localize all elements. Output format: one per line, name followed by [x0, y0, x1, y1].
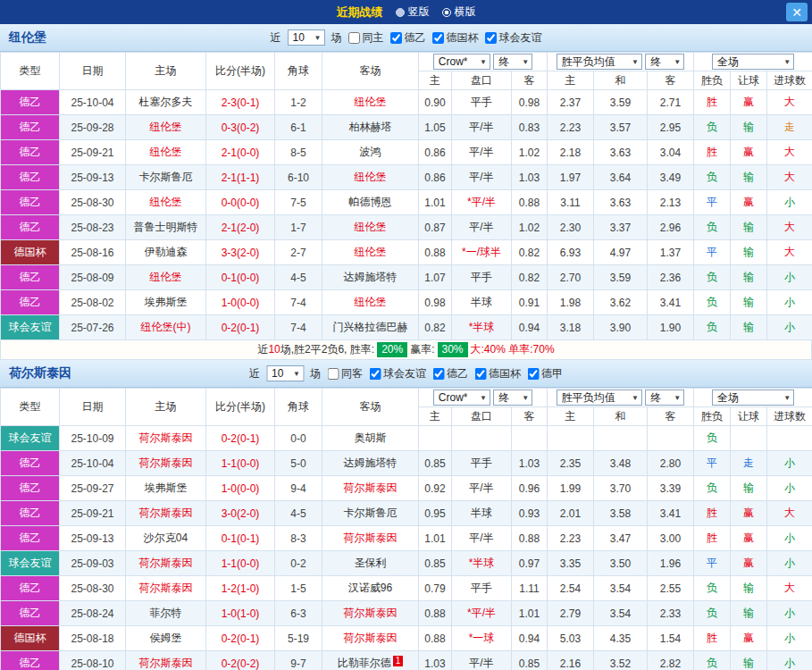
odds-source-select[interactable]: Crow*▼ [433, 389, 490, 406]
home-team-cell[interactable]: 荷尔斯泰因 [126, 651, 206, 670]
away-team-cell[interactable]: 纽伦堡 [322, 240, 419, 265]
away-team-cell[interactable]: 波鸿 [322, 140, 419, 165]
odds-source-select[interactable]: Crow*▼ [433, 54, 490, 70]
match-count-select[interactable]: 10▼ [288, 29, 325, 46]
home-team-cell[interactable]: 荷尔斯泰因 [126, 451, 206, 476]
match-type-cell: 德乙 [1, 165, 60, 190]
radio-selected-icon[interactable] [442, 8, 451, 17]
scope-value: 全场 [717, 390, 739, 406]
match-type-cell: 德乙 [1, 265, 60, 290]
home-team-cell[interactable]: 侯姆堡 [126, 626, 206, 651]
avg-time-select[interactable]: 终▼ [645, 54, 684, 70]
chevron-down-icon: ▼ [293, 370, 300, 378]
filter-checkbox[interactable] [527, 368, 539, 380]
corner-cell: 0-0 [275, 426, 322, 451]
home-team-cell[interactable]: 荷尔斯泰因 [126, 576, 206, 601]
odds-home-cell: 2.79 [548, 601, 594, 626]
team-name[interactable]: 纽伦堡 [0, 29, 46, 46]
filter-checkbox-label: 德甲 [541, 366, 563, 381]
close-button[interactable]: ✕ [786, 3, 808, 21]
filter-checkbox-option[interactable]: 球会友谊 [485, 30, 542, 46]
odds-time-select[interactable]: 终▼ [493, 389, 532, 406]
filter-checkbox[interactable] [432, 368, 444, 380]
water-away-cell: 0.97 [512, 551, 548, 576]
away-team-cell[interactable]: 纽伦堡 [322, 290, 419, 315]
home-team-cell[interactable]: 沙尔克04 [126, 526, 206, 551]
team-name[interactable]: 荷尔斯泰因 [0, 365, 71, 381]
avg-type-select[interactable]: 胜平负均值▼ [557, 389, 642, 406]
home-team-cell[interactable]: 普鲁士明斯特 [126, 215, 206, 240]
home-team-cell[interactable]: 菲尔特 [126, 601, 206, 626]
home-team-cell[interactable]: 纽伦堡 [126, 140, 206, 165]
filter-checkbox[interactable] [348, 32, 360, 44]
away-team-cell[interactable]: 比勒菲尔德1 [322, 651, 419, 670]
home-team-cell[interactable]: 荷尔斯泰因 [126, 551, 206, 576]
filter-checkbox[interactable] [390, 32, 402, 44]
away-team-cell[interactable]: 荷尔斯泰因 [322, 476, 419, 501]
filter-bar: 近10▼场同客球会友谊德乙德国杯德甲 [249, 365, 563, 381]
filter-checkbox-option[interactable]: 球会友谊 [369, 366, 426, 381]
odds-away-cell: 3.04 [648, 140, 694, 165]
away-team-cell[interactable]: 荷尔斯泰因 [322, 526, 419, 551]
home-team-cell[interactable]: 纽伦堡 [126, 190, 206, 215]
chevron-down-icon: ▼ [522, 58, 529, 66]
filter-checkbox-option[interactable]: 德甲 [527, 366, 563, 381]
scope-select[interactable]: 全场▼ [712, 54, 794, 70]
away-team-cell[interactable]: 达姆施塔特 [322, 451, 419, 476]
home-team-cell[interactable]: 伊勒迪森 [126, 240, 206, 265]
match-count-select[interactable]: 10▼ [266, 365, 304, 381]
scope-select[interactable]: 全场▼ [712, 389, 794, 406]
avg-type-select[interactable]: 胜平负均值▼ [557, 54, 642, 70]
home-team-cell[interactable]: 杜塞尔多夫 [126, 90, 206, 115]
home-team-cell[interactable]: 荷尔斯泰因 [126, 501, 206, 526]
away-team-cell[interactable]: 圣保利 [322, 551, 419, 576]
filter-checkbox-option[interactable]: 同主 [348, 30, 384, 46]
home-team-cell[interactable]: 埃弗斯堡 [126, 476, 206, 501]
away-team-cell[interactable]: 卡尔斯鲁厄 [322, 501, 419, 526]
away-team-cell[interactable]: 奥胡斯 [322, 426, 419, 451]
avg-time-select[interactable]: 终▼ [645, 389, 684, 406]
result-goals-cell: 大 [767, 576, 812, 601]
filter-checkbox[interactable] [474, 368, 486, 380]
home-team-cell[interactable]: 卡尔斯鲁厄 [126, 165, 206, 190]
odds-time-select[interactable]: 终▼ [493, 54, 532, 70]
home-team-cell[interactable]: 纽伦堡 [126, 115, 206, 140]
filter-checkbox-option[interactable]: 德国杯 [432, 30, 479, 46]
away-team-cell[interactable]: 纽伦堡 [322, 215, 419, 240]
home-team-cell[interactable]: 纽伦堡(中) [126, 315, 206, 340]
away-team-cell[interactable]: 达姆施塔特 [322, 265, 419, 290]
water-away-cell: 1.11 [512, 576, 548, 601]
home-team-cell[interactable]: 荷尔斯泰因 [126, 426, 206, 451]
summary-segment: 赢率: [410, 342, 434, 357]
away-team-cell[interactable]: 纽伦堡 [322, 165, 419, 190]
away-team-cell[interactable]: 帕德博恩 [322, 190, 419, 215]
filter-checkbox[interactable] [369, 368, 381, 380]
filter-checkbox[interactable] [327, 368, 339, 380]
col-header-home: 主场 [126, 389, 206, 426]
away-team-cell[interactable]: 荷尔斯泰因 [322, 626, 419, 651]
match-type-cell: 球会友谊 [1, 551, 60, 576]
away-team-cell[interactable]: 柏林赫塔 [322, 115, 419, 140]
odds-draw-cell: 3.54 [594, 601, 648, 626]
layout-radio-vertical[interactable]: 竖版 [396, 4, 430, 20]
away-team-cell[interactable]: 纽伦堡 [322, 90, 419, 115]
summary-segment: 20% [377, 342, 407, 357]
radio-unselected-icon[interactable] [396, 8, 405, 17]
layout-radio-horizontal[interactable]: 横版 [442, 4, 476, 20]
filter-checkbox-option[interactable]: 德乙 [390, 30, 426, 46]
col-header-odds-draw: 和 [594, 71, 648, 90]
filter-checkbox-option[interactable]: 德国杯 [474, 366, 521, 381]
score-cell: 0-0(0-0) [206, 190, 275, 215]
result-goals-cell: 小 [767, 626, 812, 651]
filter-checkbox-option[interactable]: 德乙 [432, 366, 468, 381]
filter-checkbox-option[interactable]: 同客 [327, 366, 363, 381]
home-team-cell[interactable]: 埃弗斯堡 [126, 290, 206, 315]
home-team-cell[interactable]: 纽伦堡 [126, 265, 206, 290]
away-team-cell[interactable]: 门兴格拉德巴赫 [322, 315, 419, 340]
result-handicap-cell: 赢 [731, 90, 767, 115]
filter-checkbox[interactable] [485, 32, 497, 44]
away-team-cell[interactable]: 汉诺威96 [322, 576, 419, 601]
odds-away-cell: 3.49 [648, 165, 694, 190]
filter-checkbox[interactable] [432, 32, 444, 44]
away-team-cell[interactable]: 荷尔斯泰因 [322, 601, 419, 626]
